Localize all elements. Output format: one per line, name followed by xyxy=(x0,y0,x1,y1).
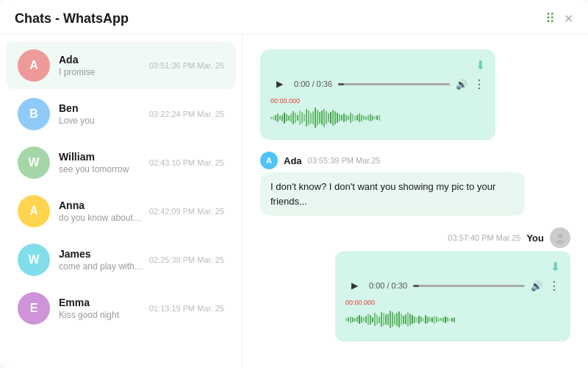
sidebar-chat-item-ada[interactable]: A Ada I promise 03:51:36 PM Mar. 25 xyxy=(6,42,236,89)
avatar-anna: A xyxy=(18,195,50,227)
close-icon[interactable]: ✕ xyxy=(564,12,573,26)
download-icon-1[interactable]: ⬇ xyxy=(270,58,485,72)
sidebar-chat-item-james[interactable]: W James come and play with me 02:25:38 P… xyxy=(6,236,236,283)
waveform-bar xyxy=(350,113,351,123)
audio-progress-bar-1[interactable] xyxy=(338,83,450,85)
waveform-bar xyxy=(383,313,384,326)
audio-time-2: 0:00 / 0:30 xyxy=(369,281,407,290)
waveform-bar xyxy=(282,115,283,121)
incoming-text-message: A Ada 03:55:39 PM Mar.25 I don't know? I… xyxy=(260,152,570,216)
waveform-bar xyxy=(370,315,371,325)
audio-progress-fill-2 xyxy=(413,285,419,287)
chat-info-anna: Anna do you know about that xyxy=(59,199,143,223)
chat-time-james: 02:25:38 PM Mar. 25 xyxy=(149,255,224,264)
outgoing-audio-message: 03:57:40 PM Mar.25 You ⬇ ▶ 0:00 / xyxy=(260,227,570,342)
play-button-2[interactable]: ▶ xyxy=(345,277,363,294)
chat-time-ben: 03:22:24 PM Mar. 25 xyxy=(149,110,224,118)
waveform-bar xyxy=(396,313,398,326)
audio-progress-bar-2[interactable] xyxy=(413,285,525,287)
waveform-bar xyxy=(376,314,378,325)
waveform-bar xyxy=(352,114,354,121)
more-icon-2[interactable]: ⋮ xyxy=(548,279,560,293)
waveform-bar xyxy=(403,316,404,324)
chat-info-james: James come and play with me xyxy=(59,248,143,272)
waveform-bar xyxy=(310,113,312,124)
sidebar-chat-item-anna[interactable]: A Anna do you know about that 02:42:09 P… xyxy=(6,188,236,235)
waveform-bar xyxy=(365,116,367,120)
app-window: Chats - WhatsApp ⠿ ✕ A Ada I promise 03:… xyxy=(0,0,588,368)
audio-player-1: ⬇ ▶ 0:00 / 0:36 🔊 ⋮ 00:00.000 xyxy=(260,49,495,140)
waveform-bar xyxy=(286,114,287,121)
volume-icon-1[interactable]: 🔊 xyxy=(456,79,467,90)
download-icon-2[interactable]: ⬇ xyxy=(345,260,560,274)
waveform-bar xyxy=(352,317,354,322)
waveform-bar xyxy=(337,113,338,123)
waveform-bar xyxy=(387,314,389,325)
waveform-bar xyxy=(275,115,276,121)
waveform-bar xyxy=(312,111,314,124)
waveform-bar xyxy=(317,110,318,126)
waveform-bar xyxy=(429,317,431,322)
waveform-bar xyxy=(350,316,351,323)
waveform-bar xyxy=(401,314,402,325)
waveform-bar xyxy=(374,116,376,119)
chat-name-james: James xyxy=(59,248,143,260)
waveform-bar xyxy=(372,317,373,322)
waveform-bar xyxy=(436,316,437,322)
waveform-2 xyxy=(345,308,560,331)
message-bubble-incoming: I don't know? I don't want you showing m… xyxy=(260,172,525,216)
waveform-bar xyxy=(288,116,290,121)
waveform-bar xyxy=(425,315,426,324)
more-icon-1[interactable]: ⋮ xyxy=(473,77,485,91)
waveform-bar xyxy=(390,311,391,328)
waveform-bar xyxy=(290,113,292,122)
waveform-bar xyxy=(440,318,442,321)
waveform-bar xyxy=(447,317,448,322)
audio-controls-1: ▶ 0:00 / 0:36 🔊 ⋮ xyxy=(270,75,485,93)
waveform-bar xyxy=(394,314,395,325)
volume-icon-2[interactable]: 🔊 xyxy=(531,280,542,291)
waveform-bar xyxy=(299,110,301,125)
avatar-james: W xyxy=(18,244,50,276)
sidebar-chat-item-william[interactable]: W William see you tomorrow 02:43:10 PM M… xyxy=(6,139,236,186)
avatar-ada: A xyxy=(18,49,50,82)
title-actions: ⠿ ✕ xyxy=(545,10,573,26)
chat-panel: ⬇ ▶ 0:00 / 0:36 🔊 ⋮ 00:00.000 xyxy=(243,35,588,368)
chat-preview-ben: Love you xyxy=(59,116,143,126)
svg-point-0 xyxy=(558,234,563,239)
waveform-bar xyxy=(379,316,380,323)
chat-preview-william: see you tomorrow xyxy=(59,164,143,174)
sidebar-chat-item-emma[interactable]: E Emma Kiss good night 01:13:19 PM Mar. … xyxy=(6,285,236,332)
sidebar: A Ada I promise 03:51:36 PM Mar. 25 B Be… xyxy=(0,35,243,368)
waveform-bar xyxy=(407,312,409,327)
app-title: Chats - WhatsApp xyxy=(15,11,129,26)
waveform-bar xyxy=(372,116,373,121)
waveform-bar xyxy=(277,113,279,122)
sidebar-chat-item-ben[interactable]: B Ben Love you 03:22:24 PM Mar. 25 xyxy=(6,91,236,138)
waveform-bar xyxy=(279,116,281,120)
waveform-bar xyxy=(348,116,349,120)
outgoing-sender-label: You xyxy=(526,233,544,244)
waveform-bar xyxy=(405,314,406,325)
play-button-1[interactable]: ▶ xyxy=(270,75,288,93)
waveform-bar xyxy=(361,115,362,121)
waveform-bar xyxy=(392,312,393,327)
waveform-bar xyxy=(361,316,362,323)
waveform-bar xyxy=(451,318,453,322)
waveform-bar xyxy=(381,312,382,327)
grid-icon[interactable]: ⠿ xyxy=(545,10,555,26)
waveform-bar xyxy=(379,115,380,121)
waveform-bar xyxy=(359,315,360,324)
chat-info-william: William see you tomorrow xyxy=(59,151,143,174)
waveform-bar xyxy=(328,113,329,122)
waveform-bar xyxy=(273,116,274,120)
waveform-bar xyxy=(363,317,365,322)
avatar-william: W xyxy=(18,146,50,179)
audio-time-1: 0:00 / 0:36 xyxy=(294,79,332,88)
waveform-bar xyxy=(365,316,367,323)
waveform-bar xyxy=(427,316,429,323)
waveform-bar xyxy=(368,115,369,121)
chat-name-william: William xyxy=(59,151,143,163)
waveform-bar xyxy=(339,114,340,121)
waveform-bar xyxy=(420,316,422,322)
